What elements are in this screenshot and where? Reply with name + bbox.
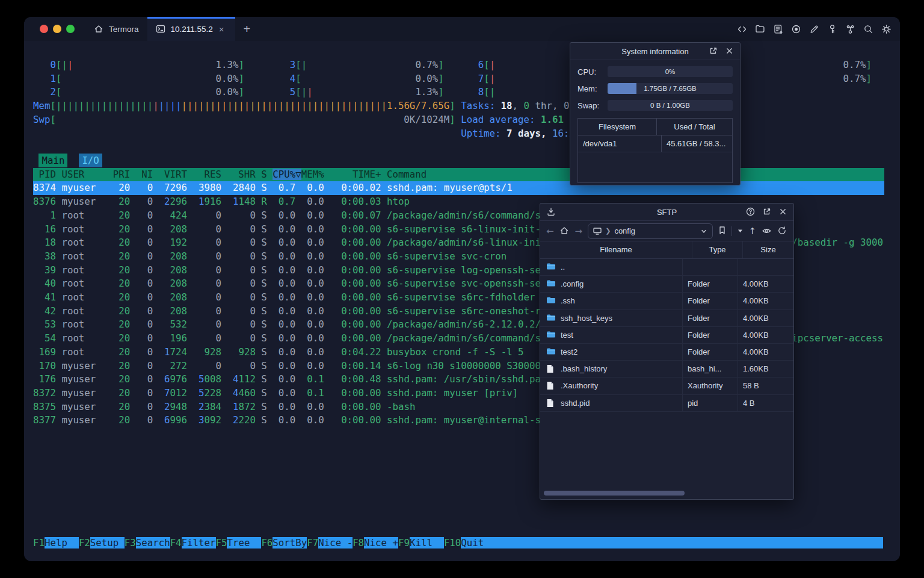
file-name: sshd.pid <box>561 399 590 408</box>
chevron-down-icon[interactable] <box>700 228 707 235</box>
process-row[interactable]: 8372 myuser 20 0 7012 5228 4460 S 0.0 0.… <box>33 387 518 400</box>
process-row[interactable]: 38 root 20 0 208 0 0 S 0.0 0.0 0:00.00 s… <box>33 250 507 264</box>
process-row[interactable]: 42 root 20 0 208 0 0 S 0.0 0.0 0:00.00 s… <box>33 305 569 319</box>
process-row[interactable]: 170 myuser 20 0 272 0 0 S 0.0 0.0 0:00.1… <box>33 359 558 373</box>
cpu-usage-value: 0% <box>608 66 733 77</box>
bookmark-icon[interactable] <box>718 226 726 236</box>
sftp-row[interactable]: ssh_host_keysFolder4.00KB <box>540 310 793 327</box>
file-type: Folder <box>682 293 738 309</box>
search-icon[interactable] <box>863 24 873 34</box>
session-tab-label: 10.211.55.2 <box>171 25 213 34</box>
close-window-button[interactable] <box>40 25 48 33</box>
file-size <box>738 259 793 275</box>
process-row[interactable]: 16 root 20 0 208 0 0 S 0.0 0.0 0:00.00 s… <box>33 223 592 237</box>
forward-icon[interactable]: → <box>575 226 583 237</box>
sftp-row[interactable]: testFolder4.00KB <box>540 327 793 344</box>
process-row[interactable]: 39 root 20 0 208 0 0 S 0.0 0.0 0:00.00 s… <box>33 264 564 278</box>
htop-tab-main[interactable]: Main <box>38 154 67 167</box>
process-row[interactable]: 176 myuser 20 0 6976 5008 4112 S 0.0 0.1… <box>33 373 609 387</box>
open-in-window-icon[interactable] <box>709 46 719 57</box>
refresh-icon[interactable] <box>777 226 787 236</box>
parent-directory-icon[interactable]: ↑ <box>748 226 756 237</box>
cpu-usage-bar: 0% <box>608 66 733 77</box>
swap-usage-bar: 0 B / 1.00GB <box>608 100 733 111</box>
folder-icon[interactable] <box>755 24 765 34</box>
window-controls <box>24 25 85 33</box>
download-icon[interactable] <box>546 204 556 220</box>
htop-function-bar[interactable]: F1Help F2Setup F3SearchF4FilterF5Tree F6… <box>33 536 883 550</box>
file-size: 1.60KB <box>738 361 793 377</box>
sftp-panel: SFTP ← → ❯ <box>540 203 794 500</box>
minimize-window-button[interactable] <box>53 25 61 33</box>
type-column-header[interactable]: Type <box>692 241 742 258</box>
process-row[interactable]: 8376 myuser 20 0 2296 1916 1148 R 0.7 0.… <box>33 195 410 209</box>
help-icon[interactable] <box>746 207 756 217</box>
horizontal-scrollbar[interactable] <box>544 491 685 496</box>
sftp-file-list: ...configFolder4.00KB.sshFolder4.00KBssh… <box>540 259 793 412</box>
process-row[interactable]: 169 root 20 0 1724 928 928 S 0.0 0.0 0:0… <box>33 346 524 359</box>
sftp-row[interactable]: sshd.pidpid4 B <box>540 395 793 412</box>
process-row[interactable]: 40 root 20 0 208 0 0 S 0.0 0.0 0:00.00 s… <box>33 277 564 291</box>
host-icon <box>593 228 602 235</box>
file-type: Folder <box>682 276 738 292</box>
keychain-icon[interactable] <box>845 24 855 34</box>
mem-meter-line: Mem[||||||||||||||||||||||||||||||||||||… <box>33 99 575 113</box>
htop-tab-io[interactable]: I/O <box>79 154 102 167</box>
filesystem-row[interactable]: /dev/vda1 45.61GB / 58.3... <box>578 135 732 152</box>
file-icon <box>546 381 556 390</box>
size-column-header[interactable]: Size <box>742 241 793 258</box>
zoom-window-button[interactable] <box>66 25 75 33</box>
filename-column-header[interactable]: Filename <box>540 241 692 258</box>
close-icon[interactable] <box>725 46 735 57</box>
sftp-row[interactable]: .configFolder4.00KB <box>540 276 793 293</box>
sftp-row[interactable]: .. <box>540 259 793 276</box>
process-row-selected[interactable]: 8374 myuser 20 0 7296 3980 2840 S 0.7 0.… <box>33 181 884 195</box>
file-name: test2 <box>561 347 578 356</box>
new-tab-button[interactable]: + <box>235 22 259 36</box>
sftp-row[interactable]: .XauthorityXauthority58 B <box>540 378 793 394</box>
folder-icon <box>546 296 556 305</box>
divider <box>732 226 732 236</box>
sftp-row[interactable]: test2Folder4.00KB <box>540 344 793 361</box>
terminal-icon <box>156 24 166 34</box>
folder-icon <box>546 279 556 288</box>
swap-label: Swap: <box>578 101 608 110</box>
settings-gear-icon[interactable] <box>881 24 892 34</box>
sftp-row[interactable]: .sshFolder4.00KB <box>540 293 793 309</box>
process-row[interactable]: 41 root 20 0 208 0 0 S 0.0 0.0 0:00.00 s… <box>33 291 535 305</box>
file-name: .. <box>561 263 565 272</box>
close-icon[interactable] <box>778 207 789 217</box>
process-table-header: PID USER PRI NI VIRT RES SHR S CPU%▽MEM%… <box>33 168 884 182</box>
notes-icon[interactable] <box>773 24 783 34</box>
home-icon[interactable] <box>559 226 570 236</box>
file-icon <box>546 364 556 373</box>
record-icon[interactable] <box>791 24 801 34</box>
code-icon[interactable] <box>737 24 747 34</box>
process-row[interactable]: 8375 myuser 20 0 2948 2384 1872 S 0.0 0.… <box>33 400 415 414</box>
key-icon[interactable] <box>827 24 837 34</box>
tab-session[interactable]: 10.211.55.2 × <box>147 17 235 41</box>
sort-column-cpu[interactable]: CPU%▽ <box>273 169 301 180</box>
file-name: .config <box>561 279 584 288</box>
file-type: bash_hi... <box>682 361 738 377</box>
swap-usage-row: Swap: 0 B / 1.00GB <box>578 100 733 111</box>
back-icon[interactable]: ← <box>546 226 554 237</box>
bookmark-dropdown-icon[interactable] <box>738 228 743 234</box>
close-tab-icon[interactable]: × <box>219 24 224 34</box>
path-breadcrumb[interactable]: ❯ config <box>588 223 713 239</box>
file-type: Folder <box>682 344 738 360</box>
filesystem-used-total: 45.61GB / 58.3... <box>662 135 732 152</box>
file-type: pid <box>682 395 738 411</box>
swap-meter-line: Swp[ 0K/1024M] Load average: 1.61 1 <box>33 113 575 127</box>
filesystem-column-header: Filesystem <box>578 119 657 135</box>
edit-icon[interactable] <box>809 24 819 34</box>
system-information-title: System information <box>621 47 688 56</box>
cpu-usage-row: CPU: 0% <box>578 66 733 77</box>
tab-home[interactable]: Termora <box>85 17 147 41</box>
mem-usage-bar: 1.75GB / 7.65GB <box>608 83 733 94</box>
uptime-line: Uptime: 7 days, 16:2 <box>33 127 575 141</box>
open-in-window-icon[interactable] <box>762 207 772 217</box>
sftp-row[interactable]: .bash_historybash_hi...1.60KB <box>540 361 793 378</box>
show-hidden-eye-icon[interactable] <box>762 226 772 236</box>
process-row[interactable]: 8377 myuser 20 0 6996 3092 2220 S 0.0 0.… <box>33 414 558 427</box>
